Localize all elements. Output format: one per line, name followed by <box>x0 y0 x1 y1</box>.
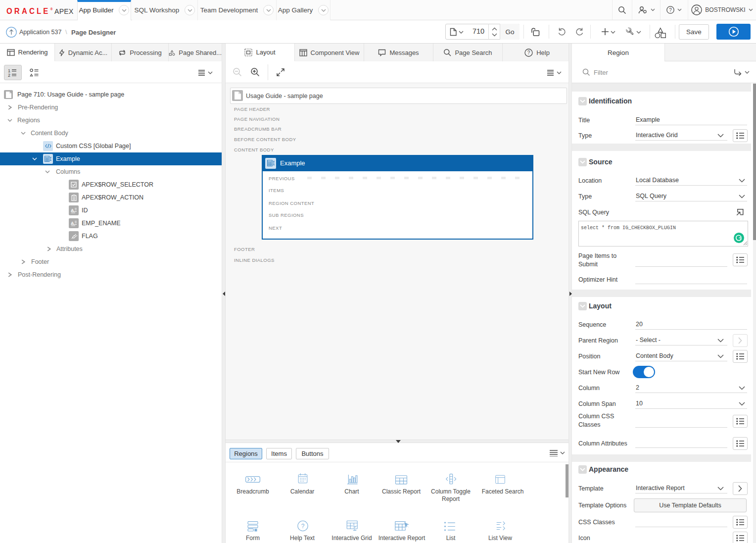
svg-text:?: ? <box>301 523 305 530</box>
svg-text:?: ? <box>527 50 530 55</box>
svg-text:2: 2 <box>8 73 10 77</box>
svg-text:A: A <box>71 208 74 213</box>
svg-text:?: ? <box>669 7 672 13</box>
svg-text:A: A <box>71 221 74 226</box>
